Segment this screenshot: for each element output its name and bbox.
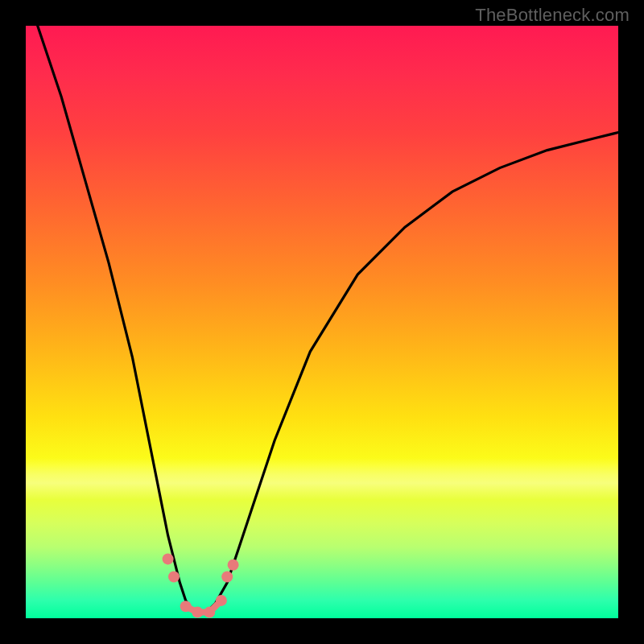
curve-layer: [26, 26, 618, 618]
marker-connector: [186, 601, 221, 613]
marker-dot: [163, 553, 174, 564]
outer-frame: TheBottleneck.com: [0, 0, 644, 644]
marker-dot: [228, 559, 239, 571]
chart-plot-area: [26, 26, 618, 618]
bottleneck-curve-path: [38, 26, 618, 613]
marker-dot: [221, 572, 233, 583]
marker-dot: [168, 572, 180, 583]
watermark-text: TheBottleneck.com: [475, 5, 630, 26]
